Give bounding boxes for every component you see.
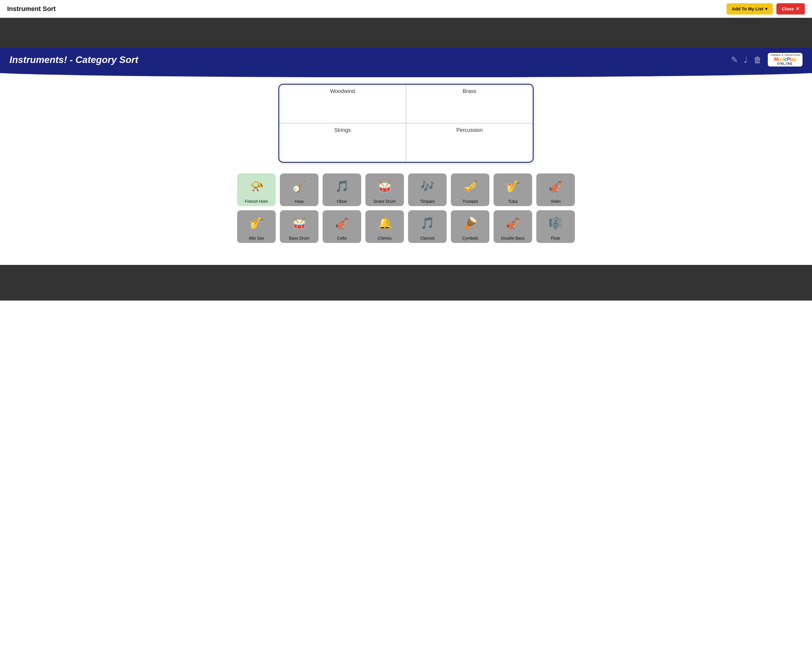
instrument-tile-cymbals[interactable]: 🪘Cymbals [451, 210, 490, 243]
instrument-tile-snare-drum[interactable]: 🥁Snare Drum [365, 173, 404, 206]
instrument-tile-alto-sax[interactable]: 🎷Alto Sax [237, 210, 276, 243]
dark-band-top [0, 18, 812, 47]
instrument-tile-flute[interactable]: 🎼Flute [536, 210, 575, 243]
instrument-tile-harp[interactable]: 🪕Harp [280, 173, 319, 206]
banner-title: Instruments! - Category Sort [10, 54, 138, 65]
timpani-label: Timpani [420, 199, 434, 204]
strings-label: Strings [284, 127, 401, 134]
brass-label: Brass [411, 88, 528, 95]
trumpet-label: Trumpet [463, 199, 478, 204]
violin-label: Violin [550, 199, 560, 204]
alto-sax-label: Alto Sax [249, 236, 264, 240]
instrument-tile-clarinet[interactable]: 🎵Clarinet [408, 210, 447, 243]
bass-drum-label: Bass Drum [289, 236, 309, 240]
page-title: Instrument Sort [7, 5, 56, 13]
close-label: Close [782, 6, 794, 11]
sort-cell-woodwind[interactable]: Woodwind [279, 85, 406, 123]
add-to-list-label: Add To My List [732, 6, 763, 11]
trumpet-icon: ♩ [744, 55, 748, 65]
clarinet-label: Clarinet [420, 236, 434, 240]
cello-icon: 🎻 [322, 210, 361, 236]
banner-icons-area: ✎ ♩ 🗑 THEMES & VARIATIONS MusicPlay ONLI… [731, 53, 802, 66]
tuba-icon: 🎷 [493, 173, 532, 199]
sort-cell-strings[interactable]: Strings [279, 123, 406, 162]
percussion-label: Percussion [411, 127, 528, 134]
woodwind-label: Woodwind [284, 88, 401, 95]
double-bass-label: Double Bass [501, 236, 524, 240]
violin-icon: 🎻 [536, 173, 575, 199]
instruments-row-1: 📯French Horn🪕Harp🎵Oboe🥁Snare Drum🎶Timpan… [234, 173, 578, 206]
clarinet-icon: 🎵 [408, 210, 447, 236]
instrument-tile-double-bass[interactable]: 🎻Double Bass [493, 210, 532, 243]
logo-online-text: ONLINE [777, 62, 793, 65]
timpani-icon: 🎶 [408, 173, 447, 199]
chevron-down-icon: ▾ [765, 6, 768, 12]
sort-cell-percussion[interactable]: Percussion [406, 123, 533, 162]
chimes-label: Chimes [378, 236, 392, 240]
instrument-tile-oboe[interactable]: 🎵Oboe [322, 173, 361, 206]
close-button[interactable]: Close ✕ [777, 3, 805, 15]
close-x-icon: ✕ [796, 6, 800, 12]
oboe-icon: 🎵 [322, 173, 361, 199]
double-bass-icon: 🎻 [493, 210, 532, 236]
chimes-icon: 🔔 [365, 210, 404, 236]
instruments-row-2: 🎷Alto Sax🥁Bass Drum🎻Cello🔔Chimes🎵Clarine… [234, 210, 578, 243]
trumpet-icon: 🎺 [451, 173, 490, 199]
flute-icon: 🎼 [536, 210, 575, 236]
instrument-tile-french-horn[interactable]: 📯French Horn [237, 173, 276, 206]
instrument-tile-timpani[interactable]: 🎶Timpani [408, 173, 447, 206]
cello-label: Cello [337, 236, 347, 240]
blue-banner: Instruments! - Category Sort ✎ ♩ 🗑 THEME… [0, 47, 812, 72]
bass-drum-icon: 🥁 [280, 210, 319, 236]
snare-drum-icon: 🥁 [365, 173, 404, 199]
alto-sax-icon: 🎷 [237, 210, 276, 236]
top-nav: Instrument Sort Add To My List ▾ Close ✕ [0, 0, 812, 18]
cymbals-icon: 🪘 [451, 210, 490, 236]
harp-label: Harp [295, 199, 304, 204]
sort-grid-container: Woodwind Brass Strings Percussion [279, 84, 533, 163]
main-content: Woodwind Brass Strings Percussion 📯Frenc… [0, 72, 812, 253]
french-horn-icon: 📯 [237, 173, 276, 199]
cymbals-label: Cymbals [462, 236, 478, 240]
harp-icon: 🪕 [280, 173, 319, 199]
instrument-tile-bass-drum[interactable]: 🥁Bass Drum [280, 210, 319, 243]
instrument-tile-violin[interactable]: 🎻Violin [536, 173, 575, 206]
sort-grid-row-bottom: Strings Percussion [279, 123, 533, 162]
musicplay-logo: THEMES & VARIATIONS MusicPlay ONLINE [768, 53, 802, 66]
trash-icon[interactable]: 🗑 [753, 55, 762, 65]
sort-grid-row-top: Woodwind Brass [279, 85, 533, 123]
sort-cell-brass[interactable]: Brass [406, 85, 533, 123]
oboe-label: Oboe [337, 199, 347, 204]
instrument-tile-chimes[interactable]: 🔔Chimes [365, 210, 404, 243]
nav-buttons: Add To My List ▾ Close ✕ [726, 3, 805, 15]
instrument-tile-trumpet[interactable]: 🎺Trumpet [451, 173, 490, 206]
flute-label: Flute [551, 236, 560, 240]
french-horn-label: French Horn [245, 199, 268, 204]
snare-drum-label: Snare Drum [373, 199, 396, 204]
add-to-list-button[interactable]: Add To My List ▾ [726, 3, 773, 15]
logo-musicplay-text: MusicPlay [774, 57, 796, 62]
cursor-icon[interactable]: ✎ [731, 55, 738, 65]
logo-themes-text: THEMES & VARIATIONS [770, 54, 800, 57]
sort-grid: Woodwind Brass Strings Percussion [279, 84, 533, 163]
tuba-label: Tuba [508, 199, 517, 204]
dark-band-bottom [0, 265, 812, 301]
instruments-area: 📯French Horn🪕Harp🎵Oboe🥁Snare Drum🎶Timpan… [234, 173, 578, 243]
instrument-tile-cello[interactable]: 🎻Cello [322, 210, 361, 243]
instrument-tile-tuba[interactable]: 🎷Tuba [493, 173, 532, 206]
